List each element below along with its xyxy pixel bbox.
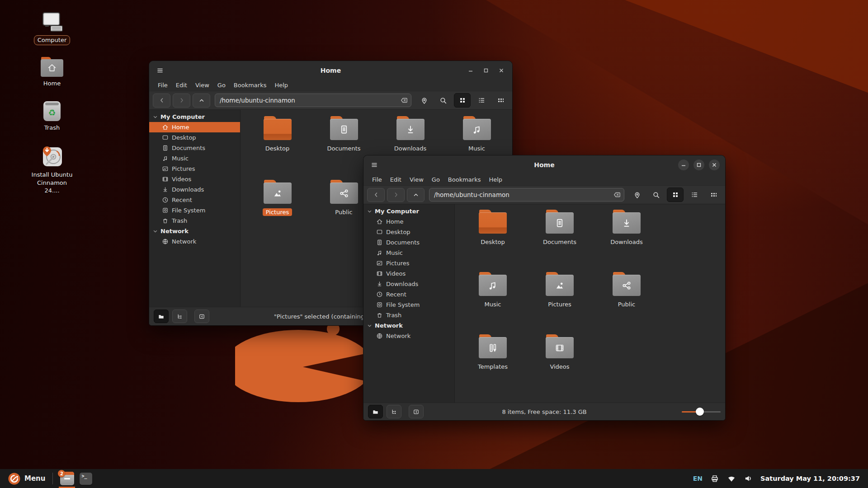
network-wifi-icon[interactable] [727, 474, 736, 483]
menu-bookmarks[interactable]: Bookmarks [444, 175, 485, 184]
sidebar-item-downloads[interactable]: Downloads [149, 184, 240, 195]
sidebar-item-downloads[interactable]: Downloads [363, 279, 454, 289]
grid-view-button[interactable] [667, 188, 684, 202]
forward-button[interactable] [173, 94, 190, 108]
sidebar-item-recent[interactable]: Recent [149, 195, 240, 205]
minimize-button[interactable] [678, 160, 689, 170]
menu-bookmarks[interactable]: Bookmarks [230, 81, 271, 89]
taskbar-app-file-manager[interactable]: 2 [57, 469, 76, 488]
folder-icon-desktop [264, 116, 292, 140]
grid-view-button[interactable] [454, 93, 471, 108]
sidebar-item-pictures[interactable]: Pictures [363, 258, 454, 268]
up-button[interactable] [193, 94, 210, 108]
menu-go[interactable]: Go [428, 175, 444, 184]
list-view-button[interactable] [473, 93, 490, 108]
volume-icon[interactable] [744, 474, 753, 483]
file-item-downloads[interactable]: Downloads [593, 210, 660, 272]
sidebar-section-network[interactable]: Network [363, 320, 454, 331]
location-input[interactable] [429, 188, 624, 202]
desktop-icon-home[interactable]: Home [27, 57, 77, 89]
menu-help[interactable]: Help [270, 81, 292, 89]
sidebar-item-trash[interactable]: Trash [149, 216, 240, 226]
desktop-icon-computer[interactable]: Computer [27, 12, 77, 45]
titlebar[interactable]: Home [149, 61, 512, 80]
menu-hamburger-icon[interactable] [156, 67, 164, 74]
close-button[interactable] [709, 160, 720, 170]
close-button[interactable] [496, 65, 507, 76]
location-input[interactable] [215, 94, 411, 107]
desktop-icon-installer[interactable]: Install Ubuntu Cinnamon 24.... [27, 145, 77, 196]
menu-view[interactable]: View [406, 175, 428, 184]
forward-button[interactable] [387, 188, 405, 202]
file-item-desktop[interactable]: Desktop [459, 210, 526, 272]
clock[interactable]: Saturday May 11, 20:09:37 [760, 475, 860, 482]
titlebar[interactable]: Home [363, 155, 725, 174]
minimize-button[interactable] [465, 65, 476, 76]
installer-icon [40, 145, 64, 168]
menu-button[interactable]: Menu [5, 473, 48, 485]
sidebar-item-videos[interactable]: Videos [149, 174, 240, 184]
folder-icon-desktop [479, 210, 507, 234]
sidebar-section-my-computer[interactable]: My Computer [363, 206, 454, 216]
sidebar-item-home[interactable]: Home [363, 216, 454, 227]
compact-view-button[interactable] [705, 188, 722, 202]
menu-view[interactable]: View [191, 81, 213, 89]
folder-icon-public [613, 272, 641, 296]
file-item-public[interactable]: Public [593, 272, 660, 334]
file-item-music[interactable]: Music [459, 272, 526, 334]
menu-edit[interactable]: Edit [172, 81, 191, 89]
file-manager-window-front[interactable]: Home File Edit View Go Bookmarks Help My… [363, 155, 725, 420]
sidebar-item-pictures[interactable]: Pictures [149, 164, 240, 174]
sidebar-section-my-computer[interactable]: My Computer [149, 112, 240, 122]
maximize-button[interactable] [693, 160, 704, 170]
search-button[interactable] [648, 188, 665, 202]
location-pin-button[interactable] [629, 188, 646, 202]
clear-location-icon[interactable] [613, 191, 621, 199]
up-button[interactable] [407, 188, 425, 202]
maximize-button[interactable] [481, 65, 491, 76]
sidebar-item-filesystem[interactable]: File System [149, 205, 240, 216]
sidebar-item-home[interactable]: Home [149, 122, 240, 132]
places-sidebar: My Computer Home Desktop Documents Music… [363, 204, 455, 403]
keyboard-layout-indicator[interactable]: EN [693, 475, 703, 482]
sidebar-item-music[interactable]: Music [149, 153, 240, 164]
sidebar-item-network[interactable]: Network [363, 331, 454, 341]
menu-edit[interactable]: Edit [386, 175, 406, 184]
file-item-pictures[interactable]: Pictures [526, 272, 593, 334]
menu-help[interactable]: Help [485, 175, 506, 184]
back-button[interactable] [367, 188, 385, 202]
desktop-icon-trash[interactable]: ♻ Trash [27, 101, 77, 133]
sidebar-item-documents[interactable]: Documents [363, 237, 454, 248]
file-item-documents[interactable]: Documents [526, 210, 593, 272]
taskbar-app-terminal[interactable]: >_ [76, 469, 95, 488]
sidebar-item-documents[interactable]: Documents [149, 143, 240, 153]
zoom-slider[interactable] [682, 408, 721, 416]
file-item-templates[interactable]: Templates [459, 334, 526, 397]
clear-location-icon[interactable] [400, 96, 408, 104]
search-button[interactable] [435, 93, 452, 108]
menu-hamburger-icon[interactable] [371, 161, 378, 169]
sidebar-section-network[interactable]: Network [149, 226, 240, 236]
printer-icon[interactable] [710, 474, 719, 483]
sidebar-item-network[interactable]: Network [149, 236, 240, 247]
sidebar-item-videos[interactable]: Videos [363, 268, 454, 279]
compact-view-button[interactable] [492, 93, 509, 108]
zoom-slider-knob[interactable] [696, 408, 704, 416]
file-view[interactable]: Desktop Documents Downloads Music [455, 204, 725, 403]
menu-file[interactable]: File [368, 175, 386, 184]
back-button[interactable] [153, 94, 170, 108]
clock-icon [162, 197, 169, 203]
sidebar-item-recent[interactable]: Recent [363, 289, 454, 300]
menu-go[interactable]: Go [213, 81, 230, 89]
sidebar-item-desktop[interactable]: Desktop [149, 132, 240, 143]
sidebar-item-desktop[interactable]: Desktop [363, 227, 454, 237]
file-item-videos[interactable]: Videos [526, 334, 593, 397]
file-item-desktop[interactable]: Desktop [244, 116, 311, 180]
sidebar-item-music[interactable]: Music [363, 248, 454, 258]
menu-file[interactable]: File [154, 81, 172, 89]
file-item-pictures[interactable]: Pictures [244, 180, 311, 244]
sidebar-item-filesystem[interactable]: File System [363, 300, 454, 310]
list-view-button[interactable] [686, 188, 703, 202]
sidebar-item-trash[interactable]: Trash [363, 310, 454, 320]
location-pin-button[interactable] [416, 93, 433, 108]
